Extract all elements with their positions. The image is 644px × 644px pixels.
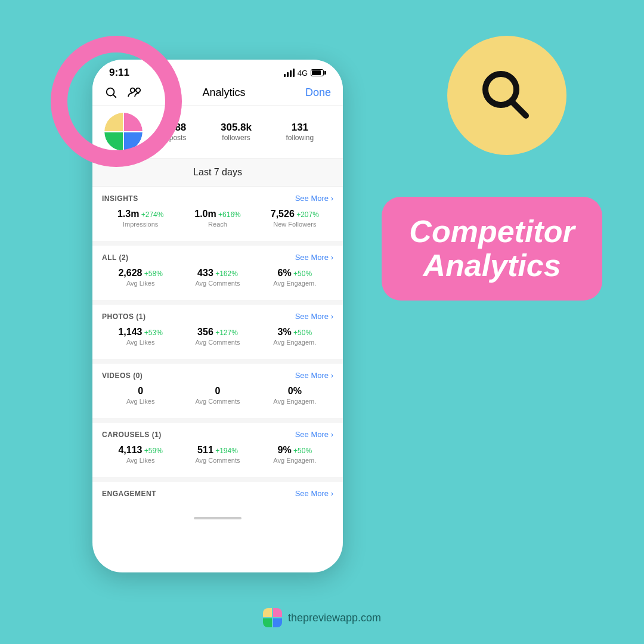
metric-label-insights-2: New Followers xyxy=(256,221,333,228)
metric-label-photos-1: Avg Comments xyxy=(179,339,256,346)
metric-pct-carousels-1: +194% xyxy=(213,447,238,455)
metric-pct-insights-2: +207% xyxy=(295,210,319,219)
metric-pct-all-1: +162% xyxy=(213,270,238,278)
metric-pct-carousels-0: +59% xyxy=(143,447,163,455)
metric-value-carousels-2: 9% xyxy=(278,445,292,455)
metric-pct-all-2: +50% xyxy=(292,270,312,278)
nav-done-button[interactable]: Done xyxy=(305,86,331,99)
pink-circle-decoration xyxy=(51,36,182,167)
metric-label-videos-0: Avg Likes xyxy=(102,398,179,405)
metric-all-1: 433 +162%Avg Comments xyxy=(179,268,256,287)
metric-photos-2: 3% +50%Avg Engagem. xyxy=(256,327,333,346)
section-header-videos: VIDEOS (0)See More › xyxy=(102,371,333,380)
section-engagement: ENGAGEMENTSee More › xyxy=(92,482,343,512)
section-videos: VIDEOS (0)See More ›0Avg Likes0Avg Comme… xyxy=(92,364,343,413)
metric-label-carousels-1: Avg Comments xyxy=(179,457,256,464)
metric-value-insights-2: 7,526 xyxy=(271,209,295,219)
section-title-photos: PHOTOS (1) xyxy=(102,312,145,321)
metric-label-carousels-2: Avg Engagem. xyxy=(256,457,333,464)
metric-label-all-2: Avg Engagem. xyxy=(256,280,333,287)
scroll-indicator xyxy=(194,517,242,519)
section-carousels: CAROUSELS (1)See More ›4,113 +59%Avg Lik… xyxy=(92,423,343,472)
section-header-insights: INSIGHTSSee More › xyxy=(102,194,333,203)
metrics-row-carousels: 4,113 +59%Avg Likes511 +194%Avg Comments… xyxy=(102,445,333,464)
see-more-all[interactable]: See More › xyxy=(295,253,333,262)
metric-value-photos-2: 3% xyxy=(278,327,292,337)
bottom-bar: thepreviewapp.com xyxy=(0,608,644,627)
metric-label-photos-2: Avg Engagem. xyxy=(256,339,333,346)
metrics-row-insights: 1.3m +274%Impressions1.0m +616%Reach7,52… xyxy=(102,209,333,228)
yellow-circle-decoration xyxy=(447,36,566,155)
section-header-carousels: CAROUSELS (1)See More › xyxy=(102,430,333,439)
metric-pct-carousels-2: +50% xyxy=(292,447,312,455)
metric-pct-photos-0: +53% xyxy=(143,329,163,337)
metric-value-insights-1: 1.0m xyxy=(194,209,216,219)
bottom-url: thepreviewapp.com xyxy=(288,612,381,624)
metric-pct-insights-0: +274% xyxy=(139,210,163,219)
section-divider xyxy=(92,359,343,364)
metric-pct-insights-1: +616% xyxy=(216,210,241,219)
metric-all-0: 2,628 +58%Avg Likes xyxy=(102,268,179,287)
metric-videos-1: 0Avg Comments xyxy=(179,386,256,405)
section-title-engagement: ENGAGEMENT xyxy=(102,490,156,498)
metric-videos-0: 0Avg Likes xyxy=(102,386,179,405)
section-divider xyxy=(92,241,343,246)
metric-carousels-1: 511 +194%Avg Comments xyxy=(179,445,256,464)
metric-value-carousels-1: 511 xyxy=(197,445,213,455)
metric-value-carousels-0: 4,113 xyxy=(118,445,142,455)
metric-value-all-0: 2,628 xyxy=(118,268,142,278)
section-insights: INSIGHTSSee More ›1.3m +274%Impressions1… xyxy=(92,187,343,236)
section-all: ALL (2)See More ›2,628 +58%Avg Likes433 … xyxy=(92,246,343,295)
metric-label-insights-1: Reach xyxy=(179,221,256,228)
search-icon xyxy=(477,66,537,125)
see-more-photos[interactable]: See More › xyxy=(295,312,333,321)
metric-pct-photos-2: +50% xyxy=(292,329,312,337)
metrics-row-videos: 0Avg Likes0Avg Comments0%Avg Engagem. xyxy=(102,386,333,405)
following-stat: 131 following xyxy=(286,122,314,142)
metric-pct-photos-1: +127% xyxy=(213,329,238,337)
metric-carousels-2: 9% +50%Avg Engagem. xyxy=(256,445,333,464)
metric-label-all-1: Avg Comments xyxy=(179,280,256,287)
metric-photos-0: 1,143 +53%Avg Likes xyxy=(102,327,179,346)
metric-all-2: 6% +50%Avg Engagem. xyxy=(256,268,333,287)
competitor-title-line2: Analytics xyxy=(402,249,581,283)
followers-stat: 305.8k followers xyxy=(221,122,252,142)
metric-pct-all-0: +58% xyxy=(143,270,163,278)
section-header-photos: PHOTOS (1)See More › xyxy=(102,312,333,321)
metric-label-photos-0: Avg Likes xyxy=(102,339,179,346)
sections-container: INSIGHTSSee More ›1.3m +274%Impressions1… xyxy=(92,187,343,512)
section-title-insights: INSIGHTS xyxy=(102,194,138,203)
metric-insights-0: 1.3m +274%Impressions xyxy=(102,209,179,228)
signal-bars-icon xyxy=(284,69,295,77)
metric-label-all-0: Avg Likes xyxy=(102,280,179,287)
metric-value-videos-1: 0 xyxy=(215,386,221,396)
metric-value-all-1: 433 xyxy=(197,268,213,278)
metric-carousels-0: 4,113 +59%Avg Likes xyxy=(102,445,179,464)
status-icons: 4G xyxy=(284,69,326,78)
section-title-videos: VIDEOS (0) xyxy=(102,371,143,380)
metric-value-photos-1: 356 xyxy=(197,327,213,337)
section-title-carousels: CAROUSELS (1) xyxy=(102,431,162,439)
competitor-analytics-box: Competitor Analytics xyxy=(382,197,602,301)
section-photos: PHOTOS (1)See More ›1,143 +53%Avg Likes3… xyxy=(92,305,343,354)
section-header-all: ALL (2)See More › xyxy=(102,253,333,262)
metric-insights-2: 7,526 +207%New Followers xyxy=(256,209,333,228)
section-header-engagement: ENGAGEMENTSee More › xyxy=(102,489,333,498)
see-more-engagement[interactable]: See More › xyxy=(295,489,333,498)
svg-line-1 xyxy=(512,101,526,116)
see-more-videos[interactable]: See More › xyxy=(295,371,333,380)
metric-insights-1: 1.0m +616%Reach xyxy=(179,209,256,228)
metric-label-carousels-0: Avg Likes xyxy=(102,457,179,464)
metric-videos-2: 0%Avg Engagem. xyxy=(256,386,333,405)
see-more-insights[interactable]: See More › xyxy=(295,194,333,203)
section-title-all: ALL (2) xyxy=(102,253,129,262)
metric-label-videos-2: Avg Engagem. xyxy=(256,398,333,405)
section-divider xyxy=(92,300,343,305)
metric-value-videos-0: 0 xyxy=(138,386,143,396)
network-label: 4G xyxy=(298,69,308,78)
metric-value-all-2: 6% xyxy=(278,268,292,278)
see-more-carousels[interactable]: See More › xyxy=(295,430,333,439)
battery-icon xyxy=(311,69,326,76)
competitor-title-line1: Competitor xyxy=(402,215,581,249)
metrics-row-all: 2,628 +58%Avg Likes433 +162%Avg Comments… xyxy=(102,268,333,287)
